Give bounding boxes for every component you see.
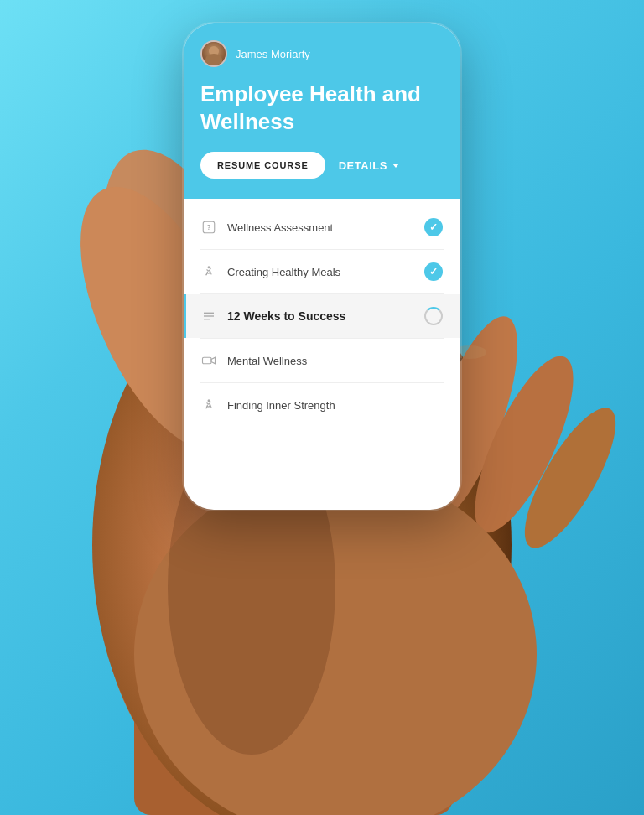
avatar <box>200 40 227 67</box>
item-label-mental-wellness: Mental Wellness <box>227 355 413 367</box>
item-label-finding-inner-strength: Finding Inner Strength <box>227 399 413 412</box>
user-row: James Moriarty <box>200 40 444 67</box>
course-item-wellness-assessment[interactable]: ? Wellness Assessment <box>184 205 460 249</box>
chevron-down-icon <box>392 164 399 168</box>
item-status-creating-healthy-meals <box>423 262 444 282</box>
svg-rect-19 <box>203 357 212 364</box>
header-actions: RESUME COURSE DETAILS <box>200 152 444 179</box>
question-icon: ? <box>200 219 217 236</box>
item-label-12-weeks: 12 Weeks to Success <box>227 309 413 323</box>
course-title: Employee Health and Wellness <box>200 80 444 135</box>
phone-device: James Moriarty Employee Health and Welln… <box>184 23 460 510</box>
item-status-12-weeks <box>423 306 444 326</box>
video-icon <box>200 352 217 369</box>
item-status-mental-wellness <box>423 350 444 371</box>
complete-check-icon-2 <box>424 262 443 281</box>
person-strength-icon <box>200 397 217 413</box>
details-button[interactable]: DETAILS <box>339 159 399 172</box>
item-label-wellness-assessment: Wellness Assessment <box>227 221 413 234</box>
person-run-icon <box>200 263 217 280</box>
svg-point-15 <box>208 266 210 268</box>
course-item-mental-wellness[interactable]: Mental Wellness <box>184 339 460 382</box>
svg-text:?: ? <box>206 224 210 231</box>
user-name: James Moriarty <box>236 48 310 60</box>
item-status-wellness-assessment <box>423 217 444 237</box>
course-item-12-weeks[interactable]: 12 Weeks to Success <box>184 294 460 338</box>
item-label-creating-healthy-meals: Creating Healthy Meals <box>227 266 413 278</box>
course-header: James Moriarty Employee Health and Welln… <box>184 23 460 199</box>
list-icon <box>200 308 217 324</box>
progress-circle-icon <box>424 307 443 325</box>
item-status-finding-inner-strength <box>423 395 444 415</box>
complete-check-icon <box>424 218 443 236</box>
details-label: DETAILS <box>339 159 387 172</box>
resume-course-button[interactable]: RESUME COURSE <box>200 152 325 179</box>
course-item-creating-healthy-meals[interactable]: Creating Healthy Meals <box>184 250 460 293</box>
course-list: ? Wellness Assessment <box>184 199 460 433</box>
course-item-finding-inner-strength[interactable]: Finding Inner Strength <box>184 383 460 427</box>
phone-screen: James Moriarty Employee Health and Welln… <box>184 23 460 510</box>
svg-point-20 <box>208 399 210 402</box>
